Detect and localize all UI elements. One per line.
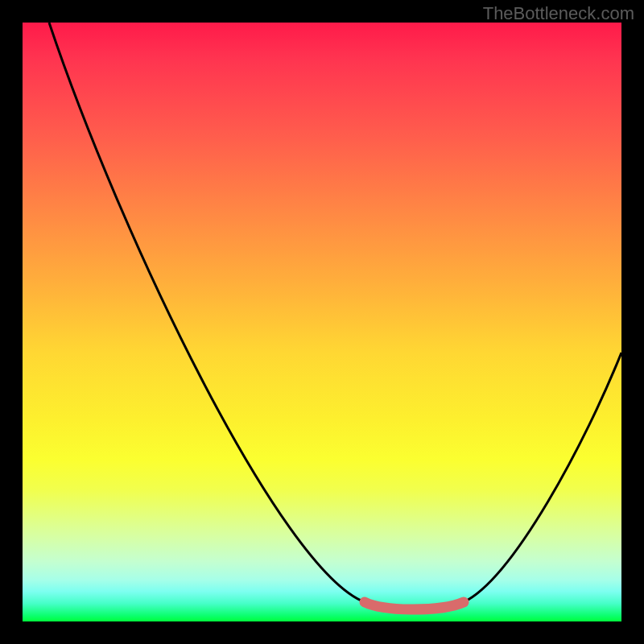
plot-area bbox=[23, 23, 621, 621]
highlight-segment bbox=[365, 602, 464, 609]
curve-layer bbox=[23, 23, 621, 621]
bottleneck-curve bbox=[49, 23, 621, 609]
watermark-text: TheBottleneck.com bbox=[483, 3, 634, 24]
